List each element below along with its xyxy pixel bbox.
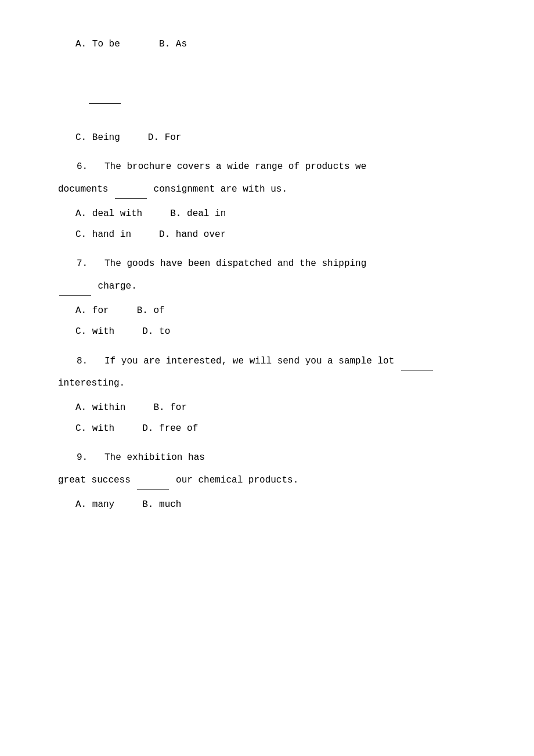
q10-options-ab: A. many B. much [75, 495, 476, 514]
blank-10 [137, 470, 169, 489]
q9-options-cd: C. with D. free of [75, 419, 476, 438]
question-6-text [58, 85, 476, 104]
option-c-being [75, 56, 476, 74]
question-8-continuation: charge. [58, 276, 476, 296]
q7-options-cd: C. hand in D. hand over [75, 225, 476, 244]
question-9: 8. If you are interested, we will send y… [58, 351, 476, 438]
q9-options-ab: A. within B. for [75, 398, 476, 417]
q8-options-ab: A. for B. of [75, 301, 476, 320]
question-9-continuation: interesting. [58, 374, 476, 393]
question-10-text: 9. The exhibition has [58, 448, 476, 467]
q6-options-cd: C. Being D. For [75, 128, 476, 147]
question-8: 7. The goods have been dispatched and th… [58, 254, 476, 341]
question-10: 9. The exhibition has great success our … [58, 448, 476, 514]
blank-7 [115, 179, 147, 199]
question-7-continuation: documents consignment are with us. [58, 179, 476, 199]
blank-6 [89, 85, 121, 104]
options-row-1: A. To be B. As [58, 35, 476, 74]
question-8-text: 7. The goods have been dispatched and th… [58, 254, 476, 273]
blank-8 [59, 276, 91, 296]
q8-options-cd: C. with D. to [75, 322, 476, 341]
q7-options-ab: A. deal with B. deal in [75, 204, 476, 223]
question-9-text: 8. If you are interested, we will send y… [58, 351, 476, 370]
q6-options-ab [75, 107, 476, 126]
blank-9 [401, 351, 433, 370]
option-a-tobe: A. To be B. As [75, 35, 476, 53]
question-6: C. Being D. For [58, 85, 476, 147]
question-7-text: 6. The brochure covers a wide range of p… [58, 157, 476, 176]
question-10-continuation: great success our chemical products. [58, 470, 476, 489]
question-7: 6. The brochure covers a wide range of p… [58, 157, 476, 244]
